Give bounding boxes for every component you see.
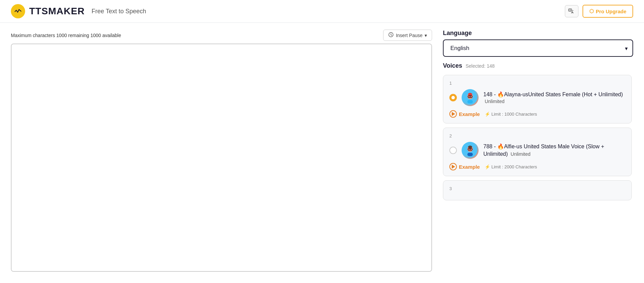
- main-content: Maximum characters 1000 remaining 1000 a…: [0, 23, 644, 279]
- header-left: TTSMAKER Free Text to Speech: [11, 4, 146, 18]
- svg-line-7: [391, 35, 392, 36]
- voice-example-label-1: Example: [459, 111, 480, 117]
- insert-pause-label: Insert Pause: [396, 33, 423, 38]
- voice-radio-2[interactable]: [449, 147, 457, 154]
- voices-header: Voices Selected: 148: [443, 62, 633, 69]
- voice-card-number-3: 3: [449, 186, 625, 191]
- voices-label: Voices: [443, 62, 462, 69]
- voice-card-number-1: 1: [449, 81, 625, 86]
- voice-info-1: 148 - 🔥Alayna-usUnited States Female (Ho…: [483, 91, 625, 104]
- header-subtitle: Free Text to Speech: [92, 8, 146, 15]
- svg-point-10: [468, 93, 472, 96]
- voice-unlimited-1: Unlimited: [483, 99, 504, 104]
- brand-name: TTSMAKER: [29, 6, 85, 17]
- flash-icon-1: ⚡: [485, 112, 490, 117]
- header-right: ⬡ Pro Upgrade: [565, 5, 633, 18]
- voice-card-number-2: 2: [449, 133, 625, 138]
- svg-point-17: [468, 146, 472, 148]
- voice-example-label-2: Example: [459, 164, 480, 170]
- voice-info-2: 788 - 🔥Alfie-us United States Male Voice…: [483, 143, 625, 158]
- voice-card-3: 3: [443, 180, 632, 200]
- play-triangle-2: [452, 165, 455, 169]
- voice-name-2: 788 - 🔥Alfie-us United States Male Voice…: [483, 144, 604, 157]
- voice-avatar-2: [462, 142, 479, 159]
- left-panel: Maximum characters 1000 remaining 1000 a…: [11, 30, 432, 272]
- voices-list: 1: [443, 75, 633, 272]
- voice-card-2: 2: [443, 128, 632, 176]
- play-circle-2: [449, 163, 457, 170]
- voice-example-button-2[interactable]: Example: [449, 163, 480, 170]
- voice-card-1: 1: [443, 75, 632, 123]
- left-top-row: Maximum characters 1000 remaining 1000 a…: [11, 30, 432, 41]
- pro-upgrade-icon: ⬡: [589, 8, 594, 14]
- app-header: TTSMAKER Free Text to Speech ⬡ Pro Upgra…: [0, 0, 644, 23]
- voice-name-1: 148 - 🔥Alayna-usUnited States Female (Ho…: [483, 91, 623, 97]
- voice-limit-1: ⚡ Limit : 1000 Characters: [485, 112, 537, 117]
- insert-pause-chevron: ▾: [425, 33, 427, 38]
- text-area-wrapper: [11, 44, 432, 272]
- voice-radio-inner-1: [451, 96, 455, 99]
- voice-actions-1: Example ⚡ Limit : 1000 Characters: [449, 110, 625, 118]
- svg-rect-14: [467, 100, 473, 103]
- pro-upgrade-label: Pro Upgrade: [596, 9, 626, 14]
- right-panel: Language English Chinese Spanish French …: [443, 30, 633, 272]
- text-input[interactable]: [12, 44, 431, 271]
- language-select[interactable]: English Chinese Spanish French German Ja…: [443, 39, 633, 57]
- voice-unlimited-2: Unlimited: [509, 151, 530, 157]
- svg-rect-21: [467, 153, 473, 156]
- voice-limit-2: ⚡ Limit : 2000 Characters: [485, 164, 537, 169]
- voices-selected-count: Selected: 148: [466, 63, 495, 69]
- language-label: Language: [443, 30, 633, 37]
- translate-icon-button[interactable]: [565, 5, 578, 17]
- language-section: Language English Chinese Spanish French …: [443, 30, 633, 57]
- logo-icon: [11, 4, 25, 18]
- pro-upgrade-button[interactable]: ⬡ Pro Upgrade: [583, 5, 633, 18]
- voice-card-top-1: 148 - 🔥Alayna-usUnited States Female (Ho…: [449, 89, 625, 106]
- play-triangle-1: [452, 112, 455, 116]
- voice-radio-1[interactable]: [449, 94, 457, 101]
- insert-pause-button[interactable]: Insert Pause ▾: [383, 30, 432, 41]
- voice-example-button-1[interactable]: Example: [449, 110, 480, 118]
- language-select-wrapper: English Chinese Spanish French German Ja…: [443, 39, 633, 57]
- play-circle-1: [449, 110, 457, 118]
- voice-actions-2: Example ⚡ Limit : 2000 Characters: [449, 163, 625, 170]
- flash-icon-2: ⚡: [485, 164, 490, 169]
- voice-card-top-2: 788 - 🔥Alfie-us United States Male Voice…: [449, 142, 625, 159]
- clock-icon: [388, 32, 394, 38]
- voice-avatar-1: [462, 89, 479, 106]
- char-info: Maximum characters 1000 remaining 1000 a…: [11, 33, 121, 38]
